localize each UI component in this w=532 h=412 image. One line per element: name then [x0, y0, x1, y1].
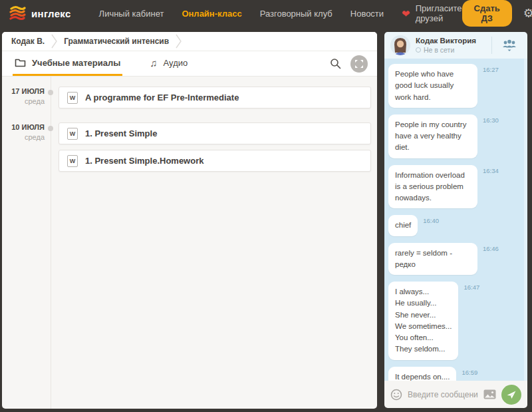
word-doc-icon: W: [67, 155, 78, 167]
participants-icon[interactable]: [497, 38, 521, 53]
fullscreen-expand-icon[interactable]: [350, 55, 368, 73]
chat-message: People in my country have a very healthy…: [388, 114, 527, 158]
send-message-button[interactable]: [501, 385, 521, 405]
word-doc-icon: W: [67, 128, 78, 140]
header-divider: [491, 37, 492, 54]
top-navbar: инглекс Личный кабинет Онлайн-класс Разг…: [0, 0, 532, 27]
chat-message: It depends on.... 16:59: [388, 367, 527, 381]
chat-input-bar: [384, 381, 527, 408]
teacher-name: Кодак Виктория: [416, 36, 476, 45]
chat-message: chief 16:40: [388, 215, 527, 236]
message-time: 16:40: [423, 215, 439, 224]
menu-item-news[interactable]: Новости: [350, 9, 384, 19]
teacher-status: Не в сети: [416, 46, 476, 55]
breadcrumb: Кодак В. Грамматический интенсив: [2, 32, 377, 51]
brand-name: инглекс: [31, 8, 71, 19]
emoji-icon[interactable]: [390, 389, 402, 401]
material-card[interactable]: W 1. Present Simple: [59, 122, 371, 144]
chat-message: I always... He usually... She never... W…: [388, 282, 527, 360]
attach-image-icon[interactable]: [483, 389, 496, 399]
heart-icon: ❤: [402, 9, 410, 19]
submit-homework-button[interactable]: Сдать ДЗ: [462, 0, 512, 27]
menu-item-speaking-club[interactable]: Разговорный клуб: [260, 9, 332, 19]
chat-header: Кодак Виктория Не в сети: [384, 32, 527, 59]
brand-logo[interactable]: инглекс: [9, 6, 71, 21]
search-icon[interactable]: [330, 58, 341, 69]
materials-group: 10 июля среда W 1. Present Simple W 1. P…: [2, 122, 377, 177]
date-label: 17 июля среда: [2, 87, 59, 114]
material-card[interactable]: W 1. Present Simple.Homework: [59, 150, 371, 172]
word-doc-icon: W: [67, 92, 78, 104]
folder-icon: [15, 58, 26, 67]
materials-list: 17 июля среда W A programme for EF Pre-I…: [2, 77, 377, 409]
tab-study-materials-label: Учебные материалы: [32, 58, 120, 68]
chat-message: rarely = seldom - редко 16:46: [388, 243, 527, 276]
menu-item-online-class[interactable]: Онлайн-класс: [182, 9, 241, 19]
tab-audio[interactable]: ♫ Аудио: [148, 51, 190, 76]
message-time: 16:47: [464, 282, 479, 291]
invite-friends-label: Пригласите друзей: [416, 3, 462, 23]
materials-panel: Кодак В. Грамматический интенсив Учебные…: [2, 32, 377, 409]
message-input[interactable]: [408, 390, 478, 399]
chat-messages[interactable]: People who have good luck usually work h…: [384, 59, 527, 381]
menu-item-personal-cabinet[interactable]: Личный кабинет: [99, 9, 164, 19]
chat-message: People who have good luck usually work h…: [388, 64, 527, 108]
gear-icon[interactable]: ⚙: [523, 7, 532, 19]
tab-study-materials[interactable]: Учебные материалы: [13, 51, 122, 76]
message-time: 16:27: [483, 64, 499, 73]
breadcrumb-separator-icon: [176, 34, 182, 49]
material-card[interactable]: W A programme for EF Pre-Intermediate: [59, 87, 371, 108]
chat-panel: Кодак Виктория Не в сети People who have…: [384, 32, 527, 408]
message-time: 16:34: [483, 165, 499, 174]
chat-scrollbar[interactable]: [524, 59, 527, 381]
timeline-dot: [48, 126, 53, 131]
chat-message: Information overload is a serious proble…: [388, 165, 527, 209]
invite-friends-link[interactable]: ❤ Пригласите друзей: [402, 3, 462, 23]
tab-bar: Учебные материалы ♫ Аудио: [2, 51, 377, 77]
message-time: 16:59: [462, 367, 477, 376]
englex-logo-icon: [9, 6, 27, 21]
main-menu: Личный кабинет Онлайн-класс Разговорный …: [99, 9, 384, 19]
breadcrumb-teacher[interactable]: Кодак В.: [11, 37, 45, 46]
breadcrumb-separator-icon: [51, 34, 57, 49]
tab-audio-label: Аудио: [164, 58, 188, 68]
teacher-avatar[interactable]: [390, 35, 410, 55]
breadcrumb-course[interactable]: Грамматический интенсив: [64, 37, 169, 46]
paper-plane-icon: [506, 389, 517, 400]
offline-status-icon: [416, 47, 421, 53]
date-label: 10 июля среда: [2, 122, 59, 177]
message-time: 16:30: [483, 114, 499, 124]
message-time: 16:46: [483, 243, 499, 252]
materials-group: 17 июля среда W A programme for EF Pre-I…: [2, 87, 377, 114]
timeline-dot: [48, 90, 53, 95]
music-note-icon: ♫: [150, 57, 157, 69]
